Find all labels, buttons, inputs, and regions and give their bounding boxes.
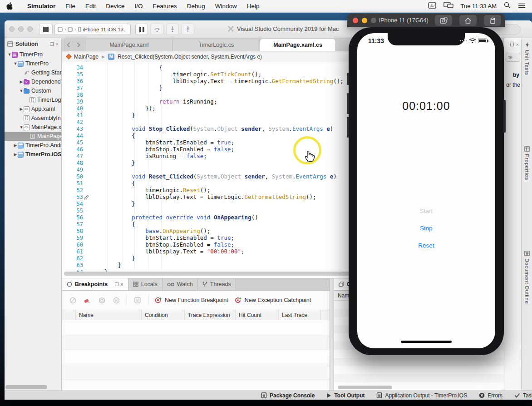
screenshot-button[interactable]	[435, 15, 452, 26]
run-configuration-selector[interactable]: › › iPhone 11 iOS 13.	[54, 24, 131, 35]
sidebar-item-timerpro[interactable]: ▼TimerPro	[5, 59, 61, 68]
sidebar-item-timerlogic-cs[interactable]: TimerLogic.cs	[5, 95, 61, 104]
tab-timerlogic-cs[interactable]: TimerLogic.cs	[173, 39, 260, 51]
home-button[interactable]	[459, 15, 477, 26]
volume-down-button[interactable]	[347, 117, 349, 138]
line-number[interactable]: 48	[62, 160, 87, 166]
line-number[interactable]: 52	[62, 187, 87, 193]
expander-right-icon[interactable]: ▶	[19, 107, 24, 111]
menubar-clock[interactable]: Tue 11:33 AM	[461, 3, 497, 10]
line-number[interactable]: 46	[62, 146, 87, 153]
home-indicator[interactable]	[401, 341, 452, 343]
expander-down-icon[interactable]: ▼	[19, 125, 24, 129]
line-number[interactable]: 41	[62, 112, 87, 119]
sidebar-item-custom[interactable]: ▼Custom	[5, 86, 61, 95]
line-number[interactable]: 49	[62, 167, 87, 173]
new-function-breakpoint-button[interactable]: New Function Breakpoint	[155, 297, 228, 304]
nav-back-icon[interactable]	[67, 42, 70, 48]
power-button[interactable]	[503, 100, 506, 133]
line-number[interactable]: 50	[62, 173, 87, 180]
displays-icon[interactable]	[443, 2, 453, 10]
keyboard-icon[interactable]	[428, 2, 436, 10]
menu-debug[interactable]: Debug	[182, 3, 210, 10]
sim-zoom-button[interactable]	[371, 18, 376, 23]
menu-device[interactable]: Device	[101, 3, 129, 10]
close-pad-button[interactable]: ×	[516, 42, 519, 47]
line-number[interactable]: 45	[62, 139, 87, 146]
stop-debug-button[interactable]	[39, 24, 53, 35]
new-exception-catchpoint-button[interactable]: New Exception Catchpoint	[235, 297, 311, 304]
line-number[interactable]: 44	[62, 133, 87, 139]
column-last-trace[interactable]: Last Trace	[279, 310, 320, 320]
line-number[interactable]: 54	[62, 201, 87, 207]
line-number[interactable]: 47	[62, 153, 87, 159]
line-number[interactable]: 63	[62, 262, 87, 268]
spotlight-search-icon[interactable]	[504, 2, 511, 10]
vs-close-button[interactable]	[9, 26, 15, 32]
expander-right-icon[interactable]: ▶	[13, 143, 18, 148]
breadcrumb-class[interactable]: MainPage	[74, 54, 99, 60]
column-icon[interactable]	[62, 310, 76, 320]
step-out-button[interactable]	[182, 24, 194, 35]
apple-menu-icon[interactable]	[6, 2, 13, 10]
line-number[interactable]: 59	[62, 235, 87, 241]
line-number[interactable]: 36	[62, 78, 87, 84]
remove-breakpoint-button[interactable]	[112, 296, 120, 304]
stop-button[interactable]: Stop	[357, 225, 495, 232]
panel-button-fragment[interactable]: te	[506, 53, 520, 62]
line-number[interactable]: 56	[62, 214, 87, 221]
dock-pad-button[interactable]	[115, 282, 118, 286]
line-number[interactable]: 37	[62, 85, 87, 91]
tab-unit-tests[interactable]: Unit Tests	[522, 42, 532, 75]
line-number[interactable]: 39	[62, 99, 87, 105]
tab-watch[interactable]: Watch	[163, 278, 198, 290]
step-over-button[interactable]	[151, 24, 163, 35]
line-number[interactable]: 53	[62, 194, 87, 200]
expander-down-icon[interactable]: ▼	[13, 61, 18, 66]
ringer-switch[interactable]	[347, 73, 349, 85]
simulator-titlebar[interactable]: iPhone 11 (17G64)	[347, 14, 505, 27]
line-number[interactable]: 55	[62, 208, 87, 214]
disable-breakpoints-button[interactable]	[98, 296, 106, 304]
statusbar-application-output-timerpro-ios[interactable]: Application Output - TimerPro.iOS	[376, 392, 467, 399]
menu-simulator[interactable]: Simulator	[22, 3, 60, 10]
sidebar-item-mainpage-xaml[interactable]: ▼MainPage.xaml	[5, 123, 61, 132]
expander-down-icon[interactable]: ▼	[7, 52, 12, 57]
statusbar-errors[interactable]: Errors	[479, 392, 502, 399]
toggle-breakpoint-button[interactable]	[69, 296, 77, 304]
vs-zoom-button[interactable]	[27, 26, 33, 32]
statusbar-tool-output[interactable]: Tool Output	[326, 392, 365, 399]
menu-window[interactable]: Window	[210, 3, 242, 10]
rotate-button[interactable]	[484, 15, 501, 26]
menu-features[interactable]: Features	[148, 3, 182, 10]
line-number[interactable]: 62	[62, 255, 87, 262]
sim-close-button[interactable]	[353, 18, 358, 23]
sidebar-hscrollbar[interactable]	[5, 385, 47, 389]
statusbar-tasks[interactable]: Tasks	[514, 392, 532, 399]
line-number[interactable]: 40	[62, 105, 87, 112]
column-trace-expression[interactable]: Trace Expression	[185, 310, 236, 320]
clear-breakpoints-button[interactable]	[83, 296, 91, 304]
call-stack-hscrollbar[interactable]	[338, 386, 392, 389]
menu-i-o[interactable]: I/O	[130, 3, 148, 10]
tab-mainpage-xaml-cs[interactable]: MainPage.xaml.cs	[260, 39, 336, 51]
volume-up-button[interactable]	[347, 93, 349, 114]
sidebar-item-timerpro-ios[interactable]: ▶TimerPro.iOS	[5, 150, 61, 159]
sidebar-item-dependencies[interactable]: ▶Dependencies	[5, 77, 61, 86]
menu-help[interactable]: Help	[242, 3, 265, 10]
statusbar-package-console[interactable]: Package Console	[261, 392, 315, 399]
sidebar-item-timerpro-android[interactable]: ▶TimerPro.Android	[5, 141, 61, 150]
tab-threads[interactable]: Threads	[198, 278, 236, 290]
line-number[interactable]: 61	[62, 248, 87, 255]
expander-down-icon[interactable]: ▼	[19, 89, 24, 93]
close-pad-button[interactable]: ×	[120, 282, 123, 287]
sidebar-item-app-xaml[interactable]: ▶App.xaml	[5, 104, 61, 114]
tab-breakpoints[interactable]: Breakpoints×	[62, 278, 128, 290]
dock-pad-button[interactable]	[510, 43, 514, 46]
breadcrumb-method[interactable]: Reset_Clicked(System.Object sender, Syst…	[118, 54, 262, 60]
expander-right-icon[interactable]: ▶	[19, 79, 24, 84]
line-number[interactable]: 57	[62, 221, 87, 228]
line-number[interactable]: 51	[62, 180, 87, 187]
tab-properties[interactable]: Properties	[522, 146, 532, 180]
line-number[interactable]: 60	[62, 242, 87, 248]
